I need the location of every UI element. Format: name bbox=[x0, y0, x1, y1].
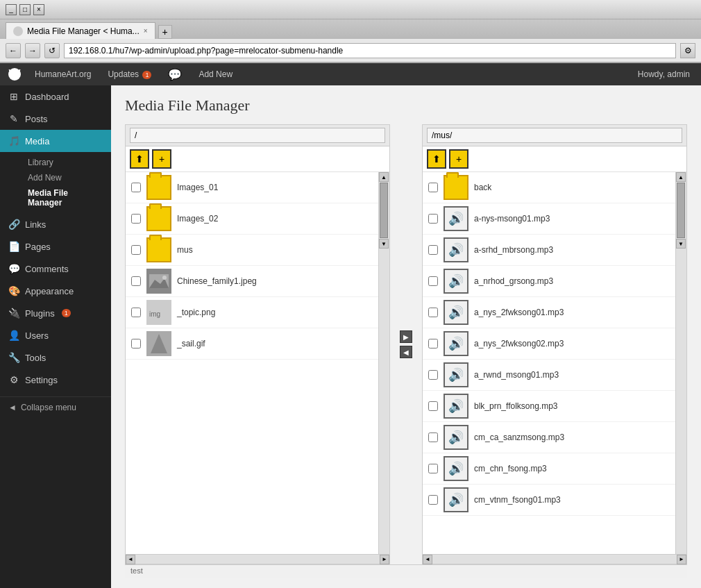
list-item[interactable]: back bbox=[423, 172, 675, 203]
move-right-button[interactable]: ▶ bbox=[400, 330, 412, 343]
tab-close-button[interactable]: × bbox=[144, 27, 148, 35]
new-tab-button[interactable]: + bbox=[158, 25, 172, 39]
move-left-button[interactable]: ◀ bbox=[400, 346, 412, 358]
wp-logo[interactable]: W bbox=[8, 68, 21, 81]
back-button[interactable]: ← bbox=[6, 43, 21, 58]
sidebar-item-plugins[interactable]: 🔌 Plugins 1 bbox=[0, 302, 111, 324]
item-checkbox[interactable] bbox=[428, 276, 438, 286]
scroll-down-button[interactable]: ▼ bbox=[676, 239, 686, 249]
right-horizontal-scrollbar[interactable]: ◄ ► bbox=[423, 554, 686, 564]
right-upload-button[interactable]: ⬆ bbox=[427, 149, 446, 169]
list-item[interactable]: 🔊 a_rwnd_msong01.mp3 bbox=[423, 360, 675, 391]
scroll-thumb[interactable] bbox=[380, 183, 388, 238]
item-checkbox[interactable] bbox=[131, 183, 141, 192]
sidebar-item-media[interactable]: 🎵 Media bbox=[0, 130, 111, 152]
item-checkbox[interactable] bbox=[428, 370, 438, 380]
left-upload-button[interactable]: ⬆ bbox=[130, 149, 149, 169]
scroll-thumb[interactable] bbox=[677, 183, 685, 238]
list-item[interactable]: img _topic.png bbox=[126, 297, 378, 328]
item-checkbox[interactable] bbox=[428, 464, 438, 473]
close-button[interactable]: × bbox=[33, 4, 44, 15]
refresh-button[interactable]: ↺ bbox=[44, 43, 60, 58]
left-add-button[interactable]: + bbox=[152, 149, 171, 169]
list-item[interactable]: 🔊 a-srhd_mbrsong.mp3 bbox=[423, 235, 675, 266]
list-item[interactable]: 🔊 cm_chn_fsong.mp3 bbox=[423, 453, 675, 485]
forward-button[interactable]: → bbox=[25, 43, 40, 58]
maximize-button[interactable]: □ bbox=[19, 4, 31, 15]
list-item[interactable]: _sail.gif bbox=[126, 328, 378, 360]
sidebar-sub-add-new[interactable]: Add New bbox=[19, 170, 111, 185]
list-item[interactable]: 🔊 a_nys_2fwksong01.mp3 bbox=[423, 297, 675, 328]
list-item[interactable]: 🔊 a_nrhod_grsong.mp3 bbox=[423, 266, 675, 297]
item-checkbox[interactable] bbox=[428, 214, 438, 224]
item-checkbox[interactable] bbox=[131, 245, 141, 255]
sidebar-item-label: Comments bbox=[25, 264, 69, 274]
list-item[interactable]: 🔊 cm_vtnm_fsong01.mp3 bbox=[423, 485, 675, 516]
comments-icon[interactable]: 💬 bbox=[165, 68, 185, 81]
list-item[interactable]: 🔊 a_nys_2fwksong02.mp3 bbox=[423, 328, 675, 360]
scroll-left-button[interactable]: ◄ bbox=[126, 555, 135, 564]
url-input[interactable] bbox=[64, 43, 676, 58]
pages-icon: 📄 bbox=[8, 241, 19, 252]
active-tab[interactable]: Media File Manager < Huma... × bbox=[6, 22, 155, 39]
filename: a_rwnd_msong01.mp3 bbox=[474, 370, 559, 380]
sidebar-item-users[interactable]: 👤 Users bbox=[0, 324, 111, 346]
item-checkbox[interactable] bbox=[131, 214, 141, 224]
sidebar-sub-library[interactable]: Library bbox=[19, 155, 111, 170]
right-add-button[interactable]: + bbox=[449, 149, 468, 169]
scroll-right-button[interactable]: ► bbox=[677, 555, 686, 564]
list-item[interactable]: Images_01 bbox=[126, 172, 378, 203]
media-submenu: Library Add New Media File Manager bbox=[0, 152, 111, 213]
list-item[interactable]: Chinese_family1.jpeg bbox=[126, 266, 378, 297]
item-checkbox[interactable] bbox=[131, 276, 141, 286]
right-scrollbar[interactable]: ▲ ▼ bbox=[675, 172, 686, 554]
item-checkbox[interactable] bbox=[428, 401, 438, 411]
item-checkbox[interactable] bbox=[131, 339, 141, 348]
item-checkbox[interactable] bbox=[428, 339, 438, 348]
tools-icon: 🔧 bbox=[8, 352, 19, 363]
left-path-input[interactable] bbox=[130, 128, 385, 143]
left-horizontal-scrollbar[interactable]: ◄ ► bbox=[126, 554, 389, 564]
sidebar-item-settings[interactable]: ⚙ Settings bbox=[0, 369, 111, 391]
item-checkbox[interactable] bbox=[131, 308, 141, 317]
sidebar-item-comments[interactable]: 💬 Comments bbox=[0, 258, 111, 280]
scroll-up-button[interactable]: ▲ bbox=[379, 172, 389, 182]
scroll-left-button[interactable]: ◄ bbox=[423, 555, 432, 564]
item-checkbox[interactable] bbox=[428, 308, 438, 317]
appearance-icon: 🎨 bbox=[8, 285, 19, 296]
list-item[interactable]: Images_02 bbox=[126, 203, 378, 235]
filename: a_nrhod_grsong.mp3 bbox=[474, 276, 553, 286]
item-checkbox[interactable] bbox=[428, 245, 438, 255]
left-scrollbar[interactable]: ▲ ▼ bbox=[378, 172, 389, 554]
add-new-link[interactable]: Add New bbox=[196, 69, 235, 79]
right-path-input[interactable] bbox=[427, 128, 682, 143]
sidebar-item-tools[interactable]: 🔧 Tools bbox=[0, 346, 111, 369]
sidebar-item-dashboard[interactable]: ⊞ Dashboard bbox=[0, 85, 111, 108]
sidebar-item-links[interactable]: 🔗 Links bbox=[0, 213, 111, 235]
item-checkbox[interactable] bbox=[428, 183, 438, 192]
sidebar-item-posts[interactable]: ✎ Posts bbox=[0, 108, 111, 130]
updates-link[interactable]: Updates 1 bbox=[105, 69, 154, 79]
scroll-right-button[interactable]: ► bbox=[380, 555, 389, 564]
collapse-menu-button[interactable]: ◄ Collapse menu bbox=[0, 396, 111, 418]
sidebar-item-label: Posts bbox=[25, 114, 48, 124]
browser-settings-button[interactable]: ⚙ bbox=[680, 43, 695, 58]
list-item[interactable]: 🔊 blk_prn_ffolksong.mp3 bbox=[423, 391, 675, 422]
list-item[interactable]: 🔊 cm_ca_sanzmsong.mp3 bbox=[423, 422, 675, 453]
sidebar-item-label: Pages bbox=[25, 242, 51, 252]
item-checkbox[interactable] bbox=[428, 432, 438, 442]
sidebar-item-pages[interactable]: 📄 Pages bbox=[0, 235, 111, 258]
collapse-label: Collapse menu bbox=[21, 403, 76, 412]
list-item[interactable]: mus bbox=[126, 235, 378, 266]
left-file-list: Images_01 Images_02 mus bbox=[126, 172, 378, 554]
list-item[interactable]: 🔊 a-nys-msong01.mp3 bbox=[423, 203, 675, 235]
filename: a_nys_2fwksong01.mp3 bbox=[474, 308, 564, 317]
image-icon: img bbox=[146, 300, 171, 325]
minimize-button[interactable]: _ bbox=[6, 4, 17, 15]
site-name[interactable]: HumaneArt.org bbox=[32, 69, 94, 79]
sidebar-sub-file-manager[interactable]: Media File Manager bbox=[19, 185, 111, 210]
scroll-up-button[interactable]: ▲ bbox=[676, 172, 686, 182]
item-checkbox[interactable] bbox=[428, 495, 438, 505]
sidebar-item-appearance[interactable]: 🎨 Appearance bbox=[0, 280, 111, 302]
scroll-down-button[interactable]: ▼ bbox=[379, 239, 389, 249]
